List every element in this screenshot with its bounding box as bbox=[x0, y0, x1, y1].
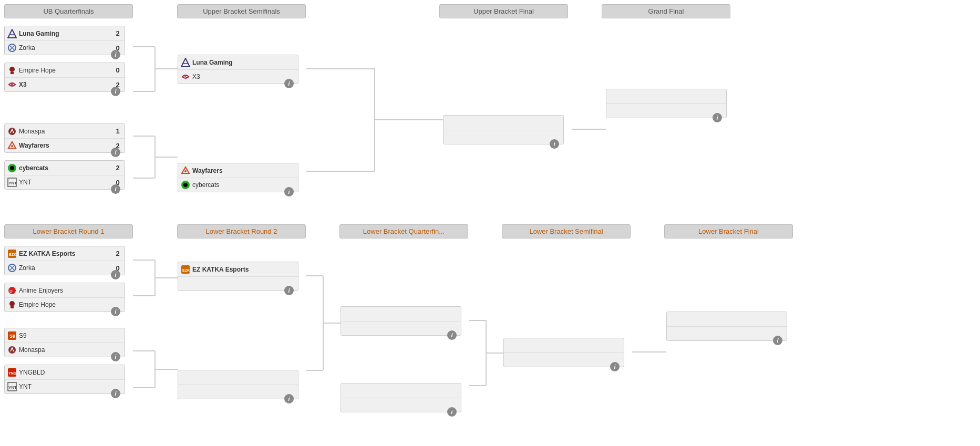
info-badge-ubq4[interactable]: i bbox=[111, 184, 120, 194]
svg-text:D: D bbox=[9, 289, 13, 294]
svg-text:YNT: YNT bbox=[8, 181, 17, 185]
match-lb1m1: EZK EZ KATKA Esports 2 Zorka 0 i bbox=[4, 246, 125, 275]
logo-luna-icon bbox=[7, 29, 17, 38]
team-name: EZ KATKA Esports bbox=[192, 266, 285, 273]
lb-final-col: i bbox=[666, 246, 795, 341]
info-badge-lbfm1[interactable]: i bbox=[773, 336, 782, 345]
logo-empire-icon bbox=[7, 300, 17, 309]
svg-text:EZK: EZK bbox=[9, 253, 16, 256]
match-ubq3: Monaspa 1 Wayfarers 2 i bbox=[4, 123, 125, 153]
info-badge-lbqm1[interactable]: i bbox=[447, 330, 457, 340]
logo-luna-icon bbox=[181, 58, 190, 67]
team-row: YNG YNGBLD bbox=[5, 365, 125, 379]
match-ubq1: Luna Gaming 2 Zorka 0 i bbox=[4, 26, 125, 55]
team-row: YNT YNT bbox=[5, 379, 125, 393]
logo-empire-icon bbox=[7, 66, 17, 75]
header-lb-round2: Lower Bracket Round 2 bbox=[177, 224, 306, 238]
ub-final-col: i bbox=[443, 26, 572, 144]
svg-rect-40 bbox=[11, 306, 14, 308]
info-badge-ubs1[interactable]: i bbox=[284, 79, 294, 88]
match-lb1m2: D Anime Enjoyers Empire Hope i bbox=[4, 283, 125, 312]
header-lb-round1: Lower Bracket Round 1 bbox=[4, 224, 133, 238]
team-row: Zorka 0 bbox=[5, 40, 125, 55]
connector-svg-ubf-gf bbox=[572, 115, 606, 147]
team-row: EZK EZ KATKA Esports 2 bbox=[5, 246, 125, 261]
logo-anime-icon: D bbox=[7, 286, 17, 295]
header-grand-final: Grand Final bbox=[602, 4, 730, 18]
team-row: Luna Gaming 2 bbox=[5, 26, 125, 40]
connector-svg-lower-mid1 bbox=[306, 262, 341, 409]
info-badge-gf1[interactable]: i bbox=[713, 113, 722, 122]
team-score: 0 bbox=[114, 66, 122, 74]
info-badge-lb2m1[interactable]: i bbox=[284, 286, 294, 295]
team-row bbox=[443, 130, 563, 144]
logo-ezkatka2-icon: EZK bbox=[181, 265, 190, 274]
team-name: Empire Hope bbox=[19, 301, 112, 308]
team-row: Monaspa 1 bbox=[5, 124, 125, 138]
team-name: Zorka bbox=[19, 264, 112, 272]
connector-lbs-lbf bbox=[632, 246, 666, 371]
header-lb-final: Lower Bracket Final bbox=[664, 224, 793, 238]
info-badge-lb1m2[interactable]: i bbox=[111, 307, 120, 316]
team-name: cybercats bbox=[19, 164, 112, 172]
svg-point-26 bbox=[184, 170, 187, 172]
logo-s9-icon: S9 bbox=[7, 331, 17, 340]
info-badge-lb1m3[interactable]: i bbox=[111, 352, 120, 361]
team-row: Wayfarers bbox=[178, 163, 298, 178]
team-row bbox=[606, 103, 726, 118]
header-ub-final: Upper Bracket Final bbox=[439, 4, 568, 18]
team-score: 2 bbox=[114, 29, 122, 37]
logo-cybercats-icon bbox=[7, 163, 17, 173]
bracket-container: UB Quarterfinals Upper Bracket Semifinal… bbox=[0, 0, 980, 435]
header-ub-quarterfinals: UB Quarterfinals bbox=[4, 4, 133, 18]
team-row bbox=[178, 385, 298, 399]
svg-point-11 bbox=[10, 166, 14, 170]
info-badge-lb2m2[interactable]: i bbox=[284, 394, 294, 403]
match-lbsm1: i bbox=[503, 338, 624, 367]
ub-semifinals-col: Luna Gaming X3 i Wayfa bbox=[178, 26, 306, 192]
svg-text:YNT: YNT bbox=[8, 385, 17, 390]
logo-wayfarers-icon bbox=[7, 141, 17, 150]
match-lbqm1: i bbox=[341, 306, 461, 336]
connector-lbq-lbs bbox=[469, 246, 503, 413]
team-row: cybercats 2 bbox=[5, 161, 125, 175]
upper-bracket: Luna Gaming 2 Zorka 0 i bbox=[4, 26, 976, 209]
logo-ynt2-icon: YNT bbox=[7, 382, 17, 391]
team-name: X3 bbox=[192, 73, 285, 80]
info-badge-ubs2[interactable]: i bbox=[284, 187, 294, 196]
match-lb2m2: i bbox=[178, 370, 298, 399]
team-row bbox=[443, 116, 563, 130]
info-badge-ubq1[interactable]: i bbox=[111, 50, 120, 59]
header-lb-quarterfinal: Lower Bracket Quarterfin... bbox=[339, 224, 468, 238]
lb-round2-col: EZK EZ KATKA Esports i bbox=[178, 246, 306, 399]
match-ubs1: Luna Gaming X3 i bbox=[178, 55, 298, 84]
info-badge-lbsm1[interactable]: i bbox=[610, 362, 620, 371]
header-lb-semifinal: Lower Bracket Semifinal bbox=[502, 224, 631, 238]
team-row bbox=[341, 307, 461, 321]
info-badge-lbqm2[interactable]: i bbox=[447, 407, 457, 417]
info-badge-lb1m1[interactable]: i bbox=[111, 270, 120, 279]
connector-svg-lower-mid2 bbox=[469, 306, 503, 411]
team-name: Wayfarers bbox=[19, 142, 112, 149]
upper-headers: UB Quarterfinals Upper Bracket Semifinal… bbox=[4, 4, 976, 23]
info-badge-ubq3[interactable]: i bbox=[111, 148, 120, 157]
team-row: X3 bbox=[178, 69, 298, 84]
match-lb1m4: YNG YNGBLD YNT YNT i bbox=[4, 365, 125, 394]
team-name: YNT bbox=[19, 179, 112, 186]
match-ubq4: cybercats 2 YNT YNT 0 i bbox=[4, 160, 125, 190]
connector-svg-lower-left bbox=[133, 246, 178, 430]
connector-ubs-ubf bbox=[306, 26, 443, 209]
team-row bbox=[667, 326, 787, 340]
connector-ubq-ubs bbox=[133, 26, 178, 195]
team-name: Empire Hope bbox=[19, 67, 112, 74]
info-badge-ubq2[interactable]: i bbox=[111, 87, 120, 96]
info-badge-ubf1[interactable]: i bbox=[550, 139, 559, 149]
svg-point-9 bbox=[11, 145, 13, 147]
info-badge-lb1m4[interactable]: i bbox=[111, 389, 120, 398]
lb-quarterfinal-col: i i bbox=[341, 246, 469, 412]
svg-text:S9: S9 bbox=[9, 334, 15, 339]
connector-svg-upper-left bbox=[133, 26, 178, 194]
team-row: Luna Gaming bbox=[178, 55, 298, 69]
logo-monaspa-icon bbox=[7, 127, 17, 136]
connector-svg-lower-right bbox=[632, 338, 666, 369]
